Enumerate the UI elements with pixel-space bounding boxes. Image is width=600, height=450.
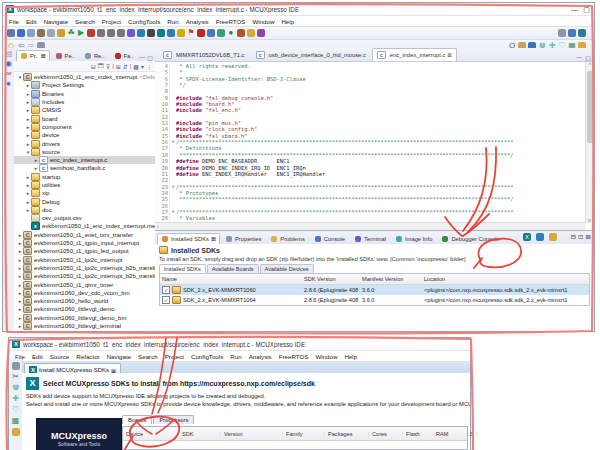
tree-item-evkbimxrt1050-t1-igpio-led-output[interactable]: ▸Cevkbimxrt1050_t1_igpio_led_output <box>14 247 155 255</box>
new-icon[interactable] <box>7 29 15 37</box>
menu-refactor[interactable]: Refactor <box>76 353 99 360</box>
tree-item-evkmimxrt1060-littlevgl-demo-bm[interactable]: ▸Cevkmimxrt1060_littlevgl_demo_bm <box>14 314 155 322</box>
quick-settings-icon[interactable] <box>237 29 245 37</box>
tree-toolbar-icon[interactable]: ⊽ <box>106 63 110 70</box>
tree-item-evkbimxrt1050-t1-qtmr-timer[interactable]: ▸Cevkbimxrt1050_t1_qtmr_timer <box>14 280 155 288</box>
save-icon[interactable] <box>17 29 25 37</box>
terminal-icon[interactable] <box>147 29 155 37</box>
sdk-row-sdk-2-x-evk-mimxrt1060[interactable]: ✓SDK_2.x_EVK-MIMXRT10602.8.6 (Epluginsit… <box>160 285 589 295</box>
column-header-family[interactable]: Family <box>283 431 325 437</box>
editor-tab-enc-index-interrupt-c[interactable]: cenc_index_interrupt.c⊠ <box>372 48 457 61</box>
tree-item-evkmimxrt1060-littlevgl-terminal[interactable]: ▸Cevkmimxrt1060_littlevgl_terminal <box>14 322 155 330</box>
panel-control-icon[interactable]: — <box>139 54 145 61</box>
column-header-name[interactable]: Name <box>160 276 302 282</box>
column-header-sdk[interactable]: SDK <box>179 431 221 437</box>
menu-window[interactable]: Window <box>315 353 337 360</box>
menu-run[interactable]: Run <box>230 353 241 360</box>
view-tab-fa[interactable]: Fa.. <box>110 50 138 61</box>
project-tree[interactable]: ▾Cevkbimxrt1050_t1_enc_index_interrupt<D… <box>14 72 155 331</box>
panel-tab-terminal[interactable]: Terminal <box>350 233 390 244</box>
vertical-scrollbar[interactable]: ^v <box>585 62 594 223</box>
refresh-icon[interactable] <box>57 29 65 37</box>
variables-icon[interactable]: ∞ <box>5 70 12 77</box>
new-c-project-icon[interactable]: ● <box>227 29 235 37</box>
column-header-version[interactable]: Version <box>221 431 283 437</box>
tree-item-evkbimxrt1050-t1-enc-index-interrupt-mex[interactable]: xevkbimxrt1050_t1_enc_index_interrupt.me… <box>14 222 155 230</box>
panel-tab-installed-sdks[interactable]: Installed SDKs⊠ <box>157 233 220 244</box>
menu-window[interactable]: Window <box>252 18 274 25</box>
menu-edit[interactable]: Edit <box>32 353 43 360</box>
tree-toolbar-icon[interactable]: ⊞ <box>116 63 121 70</box>
tree-item-utilities[interactable]: ▸utilities <box>14 181 155 189</box>
tree-item-drivers[interactable]: ▸drivers <box>14 139 155 147</box>
tree-item-evkmimxrt1060-hello-world[interactable]: ▸Cevkmimxrt1060_hello_world <box>14 297 155 305</box>
menu-analysis[interactable]: Analysis <box>249 353 272 360</box>
tree-item-project-settings[interactable]: ▸Project Settings <box>14 81 155 89</box>
tree-toolbar-icon[interactable]: ▩ <box>133 63 139 70</box>
column-header-flash[interactable]: Flash <box>403 431 433 437</box>
column-header-packages[interactable]: Packages <box>325 431 369 437</box>
mcux-ide-icon[interactable] <box>157 29 165 37</box>
column-header-location[interactable]: Location <box>422 276 589 282</box>
tree-item-evkbimxrt1050-t1-lpi2c-interrupt[interactable]: ▸Cevkbimxrt1050_t1_lpi2c_interrupt <box>14 256 155 264</box>
flash-icon[interactable] <box>137 29 145 37</box>
terminate-icon[interactable] <box>87 29 95 37</box>
column-header-sdk-version[interactable]: SDK Version <box>302 276 360 282</box>
tree-item-evkbimxrt1050-t1-enc-index-interrupt[interactable]: ▾Cevkbimxrt1050_t1_enc_index_interrupt<D… <box>14 73 155 81</box>
subtab-available-devices[interactable]: Available Devices <box>260 264 314 273</box>
checkbox-icon[interactable]: ✓ <box>162 286 170 294</box>
save-all-icon[interactable] <box>27 29 35 37</box>
horizontal-scrollbar[interactable]: ‹ <box>155 222 586 230</box>
open-folder-icon[interactable] <box>247 29 255 37</box>
profile-icon[interactable] <box>127 29 135 37</box>
panel-tab-image-info[interactable]: Image Info <box>391 233 436 244</box>
tree-toolbar-icon[interactable]: ⇵ <box>123 63 128 70</box>
tree-toolbar-icon[interactable]: ⋮ <box>146 63 152 70</box>
tree-item-evkbimxrt1050-t1-enet-txrx-transfer[interactable]: ▸Cevkbimxrt1050_t1_enet_txrx_transfer <box>14 231 155 239</box>
tree-item-evkbimxrt1050-t1-igpio-input-interrupt[interactable]: ▸Cevkbimxrt1050_t1_igpio_input_interrupt <box>14 239 155 247</box>
target-icon[interactable] <box>217 29 225 37</box>
close-icon[interactable]: ⊠ <box>211 236 216 242</box>
tree-toolbar-icon[interactable]: ⊟ <box>91 63 96 70</box>
menu-freertos[interactable]: FreeRTOS <box>216 18 246 25</box>
tab-processors[interactable]: Processors <box>153 415 194 424</box>
scrollbar-thumb[interactable] <box>587 71 593 143</box>
restore-views-icon[interactable]: ▤ <box>5 50 12 57</box>
step-into-icon[interactable] <box>97 29 105 37</box>
tree-item-evkmimxrt1060-dev-cdc-vcom-bm[interactable]: ▸Cevkmimxrt1060_dev_cdc_vcom_bm <box>14 289 155 297</box>
editor-tab-mimxrt1052dvl6b-t1-c[interactable]: cMIMXRT1052DVL6B_T1.c <box>158 48 250 61</box>
probe-red-icon[interactable] <box>197 29 205 37</box>
menu-help[interactable]: Help <box>281 18 294 25</box>
menu-configtools[interactable]: ConfigTools <box>128 18 160 25</box>
menu-edit[interactable]: Edit <box>26 18 37 25</box>
maximize-button[interactable]: ▢ <box>582 5 591 14</box>
menu-search[interactable]: Search <box>138 353 158 360</box>
view-tab-re[interactable]: Re.. <box>80 50 109 61</box>
tree-item-csv-output-csv[interactable]: csv_output.csv <box>14 214 155 222</box>
tree-item-device[interactable]: ▸device <box>14 131 155 139</box>
column-header-manifest-version[interactable]: Manifest Version <box>360 276 422 282</box>
view-tab-pe[interactable]: Pe.. <box>51 50 79 61</box>
build-icon[interactable] <box>37 29 45 37</box>
menu-freertos[interactable]: FreeRTOS <box>279 353 309 360</box>
minimize-button[interactable]: — <box>570 5 579 14</box>
tree-item-board[interactable]: ▸board <box>14 114 155 122</box>
home-icon[interactable] <box>177 29 185 37</box>
open-perspective-icon[interactable] <box>558 29 566 37</box>
editor-tab-usb-device-interface-0-hid-mouse-c[interactable]: cusb_device_interface_0_hid_mouse.c <box>251 48 371 61</box>
tree-item-debug[interactable]: ▸Debug <box>14 197 155 205</box>
tree-item-evkmimxrt1060-littlevgl-demo[interactable]: ▸Cevkmimxrt1060_littlevgl_demo <box>14 305 155 313</box>
menu-analysis[interactable]: Analysis <box>186 18 209 25</box>
panel-control-icon[interactable]: ⊟ <box>571 233 576 241</box>
tree-item-xip[interactable]: ▸xip <box>14 189 155 197</box>
menu-search[interactable]: Search <box>75 18 95 25</box>
cpp-perspective-icon[interactable] <box>568 29 576 37</box>
menu-navigate[interactable]: Navigate <box>44 18 68 25</box>
code-editor[interactable]: 4 * All rights reserved.5 *6 * SPDX-Lice… <box>155 61 594 230</box>
registers-icon[interactable]: ▦ <box>12 417 20 425</box>
shield-icon[interactable]: ♡ <box>12 406 20 414</box>
clean-icon[interactable] <box>47 29 55 37</box>
menu-help[interactable]: Help <box>344 353 357 360</box>
checkbox-icon[interactable]: ✓ <box>162 296 170 304</box>
panel-tab-console[interactable]: Console <box>310 233 349 244</box>
